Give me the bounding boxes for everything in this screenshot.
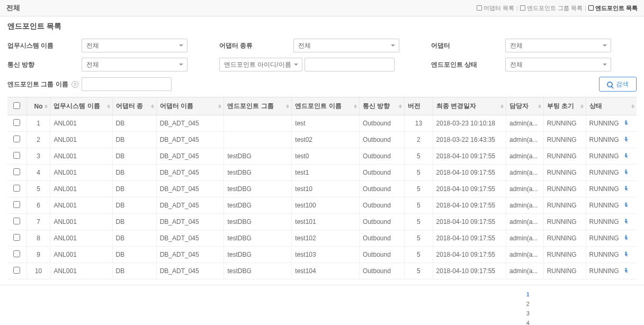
footer-pagination: ◀◀ ◀ 12345678910 ▶ ▶▶ 페이지당 목록 수: 10 xyxy=(500,290,637,325)
cell-no: 8 xyxy=(26,230,50,247)
row-checkbox[interactable] xyxy=(13,267,20,274)
cell-endpoint-group xyxy=(224,115,292,132)
cell-biz: ANL001 xyxy=(50,230,112,247)
cell-endpoint-name: test101 xyxy=(292,214,360,230)
row-checkbox[interactable] xyxy=(13,250,20,257)
table-row[interactable]: 1ANL001DBDB_ADT_045testOutbound132018-03… xyxy=(7,115,637,132)
pager: ◀◀ ◀ 12345678910 ▶ ▶▶ xyxy=(500,290,556,325)
cell-adapter-type: DB xyxy=(112,214,156,230)
page-number-4[interactable]: 4 xyxy=(523,318,533,325)
page-number-1[interactable]: 1 xyxy=(523,290,533,299)
row-checkbox[interactable] xyxy=(13,119,20,126)
cell-biz: ANL001 xyxy=(50,247,112,263)
table-row[interactable]: 9ANL001DBDB_ADT_045testDBGtest103Outboun… xyxy=(7,247,637,263)
table-row[interactable]: 5ANL001DBDB_ADT_045testDBGtest10Outbound… xyxy=(7,181,637,197)
cell-direction: Outbound xyxy=(360,263,405,279)
filter-label-adapter: 어댑터 xyxy=(431,41,505,50)
row-checkbox[interactable] xyxy=(13,234,20,241)
cell-boot: RUNNING xyxy=(543,197,586,214)
cell-endpoint-group: testDBG xyxy=(224,230,292,247)
cell-status: RUNNING xyxy=(586,132,637,148)
select-direction[interactable]: 전체 xyxy=(82,58,187,71)
table-row[interactable]: 7ANL001DBDB_ADT_045testDBGtest101Outboun… xyxy=(7,214,637,230)
table-row[interactable]: 2ANL001DBDB_ADT_045test02Outbound22018-0… xyxy=(7,132,637,148)
panel-title: 엔드포인트 목록 xyxy=(7,22,637,31)
running-icon xyxy=(621,251,630,258)
cell-biz: ANL001 xyxy=(50,263,112,279)
svg-point-4 xyxy=(625,186,627,187)
top-links: 어댑터 목록 | 엔드포인트 그룹 목록 | 엔드포인트 목록 xyxy=(477,4,638,12)
select-adapter-type[interactable]: 전체 xyxy=(293,39,399,52)
cell-direction: Outbound xyxy=(360,214,405,230)
select-biz-system[interactable]: 전체 xyxy=(82,39,187,52)
cell-endpoint-name: test104 xyxy=(292,263,360,279)
col-modified[interactable]: 최종 변경일자 xyxy=(433,97,506,115)
filter-label-direction: 통신 방향 xyxy=(7,60,82,69)
cell-owner: admin(a... xyxy=(506,132,544,148)
sort-icon xyxy=(538,103,541,110)
col-no[interactable]: No xyxy=(26,97,50,115)
svg-point-1 xyxy=(625,137,627,138)
col-version[interactable]: 버전 xyxy=(405,97,433,115)
table-row[interactable]: 8ANL001DBDB_ADT_045testDBGtest102Outboun… xyxy=(7,230,637,247)
col-adapter-type[interactable]: 어댑터 종 xyxy=(112,97,156,115)
running-icon xyxy=(621,120,630,127)
page-number-2[interactable]: 2 xyxy=(523,299,533,309)
col-boot[interactable]: 부팅 초기 xyxy=(543,97,586,115)
filter-label-endpoint-group: 엔드포인트 그룹 이름 ? xyxy=(7,80,82,89)
select-endpoint-status[interactable]: 전체 xyxy=(505,58,611,71)
table-row[interactable]: 3ANL001DBDB_ADT_045testDBGtest0Outbound5… xyxy=(7,148,637,165)
input-endpoint-group[interactable] xyxy=(82,77,172,91)
main-panel: 엔드포인트 목록 업무시스템 이름 전체 어댑터 종류 전체 어댑터 전체 통신… xyxy=(0,16,644,285)
row-checkbox[interactable] xyxy=(13,152,20,159)
col-biz-system[interactable]: 업무시스템 이름 xyxy=(50,97,112,115)
cell-version: 5 xyxy=(405,230,433,247)
cell-adapter-name: DB_ADT_045 xyxy=(156,230,224,247)
top-link-endpoint-group-list[interactable]: 엔드포인트 그룹 목록 xyxy=(520,4,583,12)
filter-row-2: 통신 방향 전체 엔드포인트 아이디/이름 엔드포인트 상태 전체 xyxy=(7,58,637,71)
cell-adapter-name: DB_ADT_045 xyxy=(156,132,224,148)
cell-modified: 2018-04-10 09:17:55 xyxy=(433,165,506,181)
help-icon[interactable]: ? xyxy=(71,81,78,88)
col-adapter-name[interactable]: 어댑터 이름 xyxy=(156,97,224,115)
search-icon xyxy=(607,82,613,87)
col-endpoint-name[interactable]: 엔드포인트 이름 xyxy=(292,97,360,115)
top-link-endpoint-list[interactable]: 엔드포인트 목록 xyxy=(588,4,638,12)
cell-status: RUNNING xyxy=(586,230,637,247)
footer: —Del ▶Start ■Stop ⭳Export ◀◀ ◀ 123456789… xyxy=(0,285,644,325)
input-endpoint-idname[interactable] xyxy=(305,58,395,71)
table-row[interactable]: 4ANL001DBDB_ADT_045testDBGtest1Outbound5… xyxy=(7,165,637,181)
breadcrumb-title: 전체 xyxy=(6,3,20,13)
cell-adapter-type: DB xyxy=(112,132,156,148)
row-checkbox[interactable] xyxy=(13,185,20,192)
top-link-adapter-list[interactable]: 어댑터 목록 xyxy=(477,4,514,12)
running-icon xyxy=(621,152,630,160)
top-bar: 전체 어댑터 목록 | 엔드포인트 그룹 목록 | 엔드포인트 목록 xyxy=(0,0,644,16)
page-number-3[interactable]: 3 xyxy=(523,309,533,318)
cell-endpoint-group: testDBG xyxy=(224,165,292,181)
table-row[interactable]: 10ANL001DBDB_ADT_045testDBGtest104Outbou… xyxy=(7,263,637,279)
select-endpoint-idname-mode[interactable]: 엔드포인트 아이디/이름 xyxy=(219,58,302,71)
col-direction[interactable]: 통신 방향 xyxy=(360,97,405,115)
col-endpoint-group[interactable]: 엔드포인트 그룹 xyxy=(224,97,292,115)
cell-no: 1 xyxy=(26,115,50,132)
table-row[interactable]: 6ANL001DBDB_ADT_045testDBGtest100Outboun… xyxy=(7,197,637,214)
cell-status: RUNNING xyxy=(586,247,637,263)
row-checkbox[interactable] xyxy=(13,168,20,175)
col-status[interactable]: 상태 xyxy=(586,97,637,115)
row-checkbox[interactable] xyxy=(13,136,20,142)
cell-owner: admin(a... xyxy=(506,214,544,230)
cell-endpoint-group: testDBG xyxy=(224,214,292,230)
search-button[interactable]: 검색 xyxy=(599,77,637,92)
cell-endpoint-name: test100 xyxy=(292,197,360,214)
select-all-checkbox[interactable] xyxy=(13,102,20,109)
select-adapter[interactable]: 전체 xyxy=(505,39,611,52)
cell-no: 10 xyxy=(26,263,50,279)
cell-endpoint-group: testDBG xyxy=(224,181,292,197)
cell-endpoint-name: test02 xyxy=(292,132,360,148)
col-owner[interactable]: 담당자 xyxy=(506,97,544,115)
row-checkbox[interactable] xyxy=(13,201,20,208)
cell-no: 3 xyxy=(26,148,50,165)
cell-status: RUNNING xyxy=(586,214,637,230)
row-checkbox[interactable] xyxy=(13,218,20,224)
